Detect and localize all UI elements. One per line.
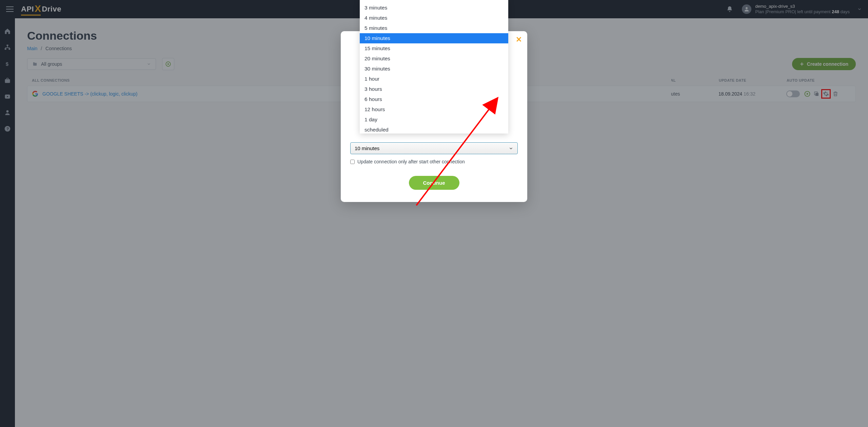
interval-option[interactable]: 5 minutes bbox=[360, 23, 508, 33]
interval-option[interactable]: 1 hour bbox=[360, 74, 508, 84]
interval-option[interactable]: 4 minutes bbox=[360, 13, 508, 23]
interval-option[interactable]: 1 day bbox=[360, 115, 508, 125]
interval-dropdown[interactable]: 2 minutes3 minutes4 minutes5 minutes10 m… bbox=[360, 0, 508, 134]
interval-option[interactable]: 12 hours bbox=[360, 104, 508, 115]
interval-option[interactable]: 30 minutes bbox=[360, 64, 508, 74]
interval-option[interactable]: scheduled bbox=[360, 125, 508, 134]
chevron-down-icon bbox=[509, 146, 513, 151]
interval-option[interactable]: 3 minutes bbox=[360, 3, 508, 13]
interval-option[interactable]: 15 minutes bbox=[360, 43, 508, 54]
interval-option[interactable]: 6 hours bbox=[360, 94, 508, 104]
close-icon[interactable]: ✕ bbox=[516, 35, 522, 44]
interval-selected: 10 minutes bbox=[355, 145, 379, 151]
interval-option[interactable]: 10 minutes bbox=[360, 33, 508, 43]
checkbox-label: Update connection only after start other… bbox=[357, 159, 465, 164]
continue-button[interactable]: Continue bbox=[409, 176, 459, 190]
interval-option[interactable]: 3 hours bbox=[360, 84, 508, 94]
interval-option[interactable]: 2 minutes bbox=[360, 0, 508, 3]
checkbox-input[interactable] bbox=[350, 160, 355, 164]
interval-option[interactable]: 20 minutes bbox=[360, 54, 508, 64]
interval-select[interactable]: 10 minutes bbox=[350, 142, 518, 154]
dependent-update-checkbox[interactable]: Update connection only after start other… bbox=[350, 159, 518, 164]
